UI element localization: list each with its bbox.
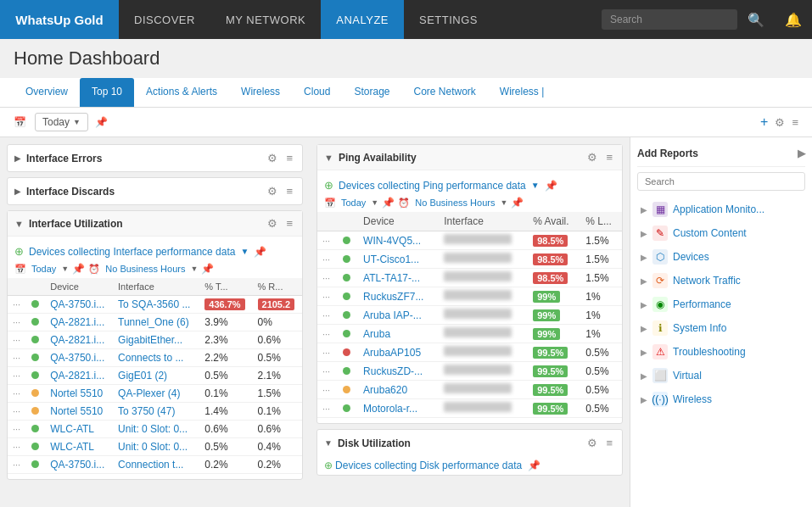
datasource-label[interactable]: Devices collecting Interface performance…	[29, 246, 235, 258]
table-row[interactable]: ··· WLC-ATL Unit: 0 Slot: 0... 0.6% 0.6%	[8, 421, 302, 438]
today-button[interactable]: Today ▼	[35, 113, 88, 131]
right-menu-item-sys[interactable]: ▶ ℹ System Info	[637, 316, 805, 340]
nav-settings[interactable]: SETTINGS	[404, 0, 493, 39]
right-menu-item-trouble[interactable]: ▶ ⚠ Troubleshooting	[637, 340, 805, 364]
util-pin[interactable]: 📌	[72, 263, 85, 275]
tab-wireless[interactable]: Wireless	[229, 78, 292, 107]
table-row[interactable]: ··· QA-3750.i... To SQA-3560 ... 436.7% …	[8, 296, 302, 314]
interface-errors-list[interactable]: ≡	[283, 151, 295, 165]
right-panel-search-input[interactable]	[637, 172, 805, 191]
add-report-icon[interactable]: +	[760, 114, 768, 130]
gear-icon[interactable]: ⚙	[775, 116, 785, 129]
table-row[interactable]: ··· Aruba IAP-... 99% 1%	[317, 306, 622, 325]
row-interface[interactable]: To SQA-3560 ...	[113, 296, 199, 314]
row-interface[interactable]: To 3750 (47)	[113, 403, 199, 421]
table-row[interactable]: ··· RuckusZF7... 99% 1%	[317, 287, 622, 306]
table-row[interactable]: ··· QA-2821.i... GigE01 (2) 0.5% 2.1%	[8, 367, 302, 385]
interface-errors-gear[interactable]: ⚙	[265, 151, 280, 165]
row-device[interactable]: WLC-ATL	[45, 421, 113, 438]
row-device[interactable]: QA-3750.i...	[45, 349, 113, 367]
ping-hours-pin[interactable]: 📌	[511, 197, 524, 209]
table-row[interactable]: ··· ArubaAP105 99.5% 0.5%	[317, 343, 622, 362]
ping-gear-btn[interactable]: ⚙	[585, 150, 600, 164]
table-row[interactable]: ··· WLC-ATL Unit: 0 Slot: 0... 0.5% 0.4%	[8, 438, 302, 456]
right-menu-item-app[interactable]: ▶ ▦ Application Monito...	[637, 198, 805, 221]
utilization-data-source[interactable]: ⊕ Devices collecting Interface performan…	[8, 242, 302, 261]
tab-storage[interactable]: Storage	[342, 78, 401, 107]
disk-list-btn[interactable]: ≡	[603, 436, 615, 450]
ping-hours-btn[interactable]: No Business Hours	[413, 197, 496, 209]
row-device[interactable]: QA-2821.i...	[45, 314, 113, 332]
tab-cloud[interactable]: Cloud	[292, 78, 342, 107]
table-row[interactable]: ··· QA-2821.i... Tunnel_One (6) 3.9% 0%	[8, 314, 302, 332]
disk-datasource-label[interactable]: Devices collecting Disk performance data	[335, 460, 522, 471]
ping-row-device[interactable]: Aruba620	[358, 381, 439, 399]
interface-discards-list[interactable]: ≡	[283, 184, 295, 198]
right-menu-item-virtual[interactable]: ▶ ⬜ Virtual	[637, 364, 805, 387]
row-interface[interactable]: Connection t...	[113, 456, 199, 474]
table-row[interactable]: ··· Nortel 5510 QA-Plexer (4) 0.1% 1.5%	[8, 385, 302, 403]
row-interface[interactable]: Tunnel_One (6)	[113, 314, 199, 332]
table-row[interactable]: ··· QA-3750.i... Connection t... 0.2% 0.…	[8, 456, 302, 474]
ping-row-device[interactable]: ATL-TA17-...	[358, 269, 439, 287]
util-hours-pin[interactable]: 📌	[201, 263, 214, 275]
row-device[interactable]: QA-3750.i...	[45, 296, 113, 314]
table-row[interactable]: ··· Nortel 5510 To 3750 (47) 1.4% 0.1%	[8, 403, 302, 421]
row-interface[interactable]: GigE01 (2)	[113, 367, 199, 385]
nav-discover[interactable]: DISCOVER	[119, 0, 210, 39]
ping-row-device[interactable]: RuckusZF7...	[358, 287, 439, 306]
tab-top10[interactable]: Top 10	[80, 78, 134, 107]
interface-errors-header[interactable]: ▶ Interface Errors ⚙ ≡	[8, 145, 302, 171]
ping-row-device[interactable]: Motorola-r...	[358, 399, 439, 418]
notification-icon[interactable]: 🔔	[775, 12, 812, 28]
row-device[interactable]: Nortel 5510	[45, 403, 113, 421]
tab-wireless-alt[interactable]: Wireless |	[488, 78, 556, 107]
expand-discards-icon[interactable]: ▶	[14, 187, 21, 196]
right-menu-item-wireless[interactable]: ▶ ((·)) Wireless	[637, 387, 805, 411]
right-menu-item-net[interactable]: ▶ ⟳ Network Traffic	[637, 269, 805, 292]
right-menu-item-perf[interactable]: ▶ ◉ Performance	[637, 292, 805, 316]
tab-overview[interactable]: Overview	[14, 78, 80, 107]
nav-analyze[interactable]: ANALYZE	[321, 0, 404, 39]
row-device[interactable]: Nortel 5510	[45, 385, 113, 403]
row-interface[interactable]: Unit: 0 Slot: 0...	[113, 438, 199, 456]
row-device[interactable]: WLC-ATL	[45, 438, 113, 456]
expand-ping-icon[interactable]: ▼	[324, 153, 333, 163]
row-interface[interactable]: Unit: 0 Slot: 0...	[113, 421, 199, 438]
list-icon[interactable]: ≡	[792, 116, 798, 129]
row-interface[interactable]: GigabitEther...	[113, 332, 199, 349]
ping-pin[interactable]: 📌	[382, 197, 395, 209]
table-row[interactable]: ··· Aruba620 99.5% 0.5%	[317, 381, 622, 399]
disk-pin[interactable]: 📌	[528, 460, 540, 471]
disk-gear-btn[interactable]: ⚙	[585, 436, 600, 450]
table-row[interactable]: ··· WIN-4VQ5... 98.5% 1.5%	[317, 231, 622, 250]
utilization-list-btn[interactable]: ≡	[283, 216, 295, 231]
tab-core-network[interactable]: Core Network	[402, 78, 488, 107]
row-interface[interactable]: Connects to ...	[113, 349, 199, 367]
search-icon[interactable]: 🔍	[737, 12, 775, 28]
expand-disk-icon[interactable]: ▼	[324, 438, 333, 448]
ping-row-device[interactable]: WIN-4VQ5...	[358, 231, 439, 250]
expand-errors-icon[interactable]: ▶	[14, 153, 21, 163]
table-row[interactable]: ··· UT-Cisco1... 98.5% 1.5%	[317, 250, 622, 269]
table-row[interactable]: ··· Motorola-r... 99.5% 0.5%	[317, 399, 622, 418]
expand-utilization-icon[interactable]: ▼	[14, 219, 24, 229]
row-device[interactable]: QA-2821.i...	[45, 332, 113, 349]
ping-row-device[interactable]: ArubaAP105	[358, 343, 439, 362]
row-interface[interactable]: QA-Plexer (4)	[113, 385, 199, 403]
table-row[interactable]: ··· Aruba 99% 1%	[317, 325, 622, 343]
pin-icon[interactable]: 📌	[95, 116, 108, 128]
ping-row-device[interactable]: RuckusZD-...	[358, 362, 439, 381]
logo[interactable]: WhatsUp Gold	[0, 0, 119, 39]
table-row[interactable]: ··· RuckusZD-... 99.5% 0.5%	[317, 362, 622, 381]
table-row[interactable]: ··· ATL-TA17-... 98.5% 1.5%	[317, 269, 622, 287]
ping-row-device[interactable]: Aruba	[358, 325, 439, 343]
right-panel-expand-icon[interactable]: ▶	[798, 148, 805, 159]
util-today-btn[interactable]: Today	[30, 263, 58, 275]
datasource-pin[interactable]: 📌	[254, 246, 266, 258]
ping-row-device[interactable]: UT-Cisco1...	[358, 250, 439, 269]
interface-discards-header[interactable]: ▶ Interface Discards ⚙ ≡	[8, 178, 302, 204]
ping-list-btn[interactable]: ≡	[603, 150, 615, 164]
nav-mynetwork[interactable]: MY NETWORK	[210, 0, 321, 39]
ping-datasource-label[interactable]: Devices collecting Ping performance data	[339, 180, 526, 192]
